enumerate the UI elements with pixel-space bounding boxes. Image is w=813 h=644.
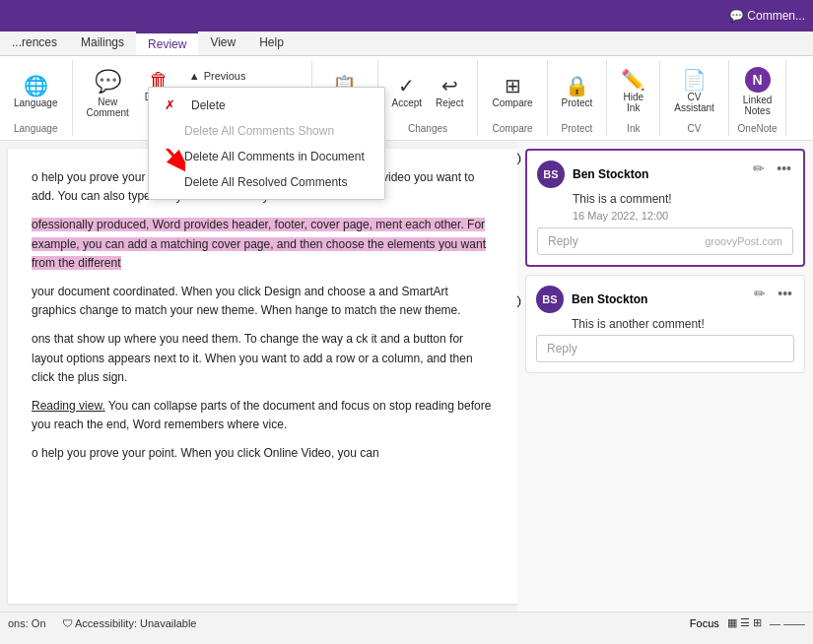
doc-para-2: ofessionally produced, Word provides hea…: [32, 216, 494, 273]
ribbon-content: 🌐 Language Language 💬 NewComment 🗑 Delet: [0, 56, 813, 140]
new-comment-button[interactable]: 💬 NewComment: [81, 66, 135, 121]
menu-item-delete-all-shown: Delete All Comments Shown: [149, 118, 384, 144]
onenote-icon: N: [745, 67, 771, 93]
comment-1-date: 16 May 2022, 12:00: [573, 210, 793, 222]
comment-1-author: Ben Stockton: [573, 167, 648, 181]
reply-1-watermark: groovyPost.com: [705, 235, 782, 247]
comment-card-1: BS Ben Stockton ✏ ••• This is a comment!…: [525, 149, 805, 267]
comment-indicator-1: 💬: [517, 152, 521, 168]
delete-menu-icon: ✗: [165, 97, 175, 112]
status-words: ons: On: [8, 617, 46, 629]
onenote-group-label: OneNote: [737, 121, 778, 134]
new-comment-label: NewComment: [87, 97, 129, 118]
comment-1-actions: ✏ •••: [749, 159, 795, 178]
compare-group-label: Compare: [486, 121, 538, 134]
new-comment-icon: 💬: [95, 69, 121, 95]
language-icon: 🌐: [24, 76, 48, 96]
document-text: o help you prove your point. When you cl…: [32, 168, 494, 463]
comments-panel: 💬 💬 BS Ben Stockton ✏ ••• This is a comm…: [517, 141, 813, 612]
cv-label: CVAssistant: [674, 92, 714, 113]
delete-dropdown-menu: ✗ Delete Delete All Comments Shown Delet…: [148, 87, 385, 200]
comment-1-edit-button[interactable]: ✏: [749, 159, 769, 178]
ribbon: ...rences Mailings Review View Help 🌐 La…: [0, 32, 813, 141]
reply-1-placeholder: Reply: [548, 234, 578, 248]
previous-button[interactable]: ▲ Previous: [183, 68, 304, 84]
cv-assistant-button[interactable]: 📄 CVAssistant: [668, 67, 720, 116]
doc-para-3: your document coordinated. When you clic…: [32, 283, 494, 320]
comment-2-text: This is another comment!: [572, 317, 794, 331]
language-group-label: Language: [8, 121, 64, 134]
comment-1-reply-box[interactable]: Reply groovyPost.com: [537, 227, 793, 255]
comment-card-2: BS Ben Stockton ✏ ••• This is another co…: [525, 275, 805, 373]
compare-button[interactable]: ⊞ Compare: [486, 73, 538, 111]
document-area[interactable]: o help you prove your point. When you cl…: [8, 149, 517, 604]
tab-view[interactable]: View: [198, 32, 247, 55]
comment-2-avatar: BS: [536, 286, 564, 313]
onenote-group: N LinkedNotes OneNote: [729, 60, 786, 136]
hide-ink-label: HideInk: [623, 92, 644, 113]
comment-indicator-2: 💬: [517, 294, 521, 311]
cv-icon: 📄: [682, 70, 707, 90]
reject-icon: ↩: [441, 76, 458, 96]
protect-icon: 🔒: [565, 76, 589, 96]
main-content: o help you prove your point. When you cl…: [0, 141, 813, 612]
accept-label: Accept: [392, 97, 423, 108]
menu-item-delete-all-document[interactable]: Delete All Comments in Document: [149, 144, 384, 169]
ribbon-tabs: ...rences Mailings Review View Help: [0, 32, 813, 56]
status-bar: ons: On 🛡 Accessibility: Unavailable Foc…: [0, 612, 813, 633]
view-controls: ▦ ☰ ⊞: [727, 616, 762, 629]
reply-2-placeholder: Reply: [547, 342, 577, 355]
linked-notes-button[interactable]: N LinkedNotes: [737, 64, 778, 119]
comment-1-text: This is a comment!: [573, 192, 793, 206]
ink-group-label: Ink: [615, 121, 651, 134]
comment-1-more-button[interactable]: •••: [773, 159, 795, 178]
linked-notes-label: LinkedNotes: [743, 95, 772, 116]
comment-2-actions: ✏ •••: [750, 284, 796, 303]
reject-label: Reject: [436, 97, 463, 108]
language-button[interactable]: 🌐 Language: [8, 73, 64, 111]
protect-label: Protect: [562, 97, 593, 108]
compare-label: Compare: [492, 97, 532, 108]
reject-button[interactable]: ↩ Reject: [430, 73, 469, 111]
changes-group: ✓ Accept ↩ Reject Changes: [378, 60, 479, 136]
previous-icon: ▲: [189, 70, 200, 82]
menu-item-delete[interactable]: ✗ Delete: [149, 92, 384, 118]
title-bar: 💬 Commen...: [0, 0, 813, 32]
compare-icon: ⊞: [505, 76, 521, 96]
cv-group-label: CV: [668, 121, 720, 134]
cv-group: 📄 CVAssistant CV: [660, 60, 729, 136]
ink-group: ✏️ HideInk Ink: [607, 60, 660, 136]
focus-button[interactable]: Focus: [690, 617, 719, 629]
comment-2-edit-button[interactable]: ✏: [750, 284, 770, 303]
protect-button[interactable]: 🔒 Protect: [556, 73, 599, 111]
doc-para-4: ons that show up where you need them. To…: [32, 330, 494, 387]
comment-1-avatar: BS: [537, 161, 565, 188]
comment-2-more-button[interactable]: •••: [774, 284, 796, 303]
tab-review[interactable]: Review: [136, 32, 198, 55]
tab-help[interactable]: Help: [247, 32, 296, 55]
protect-group-label: Protect: [556, 121, 599, 134]
accept-button[interactable]: ✓ Accept: [386, 73, 429, 111]
doc-para-5: Reading view. You can collapse parts of …: [32, 397, 494, 434]
changes-group-label: Changes: [386, 121, 470, 134]
accept-icon: ✓: [398, 76, 415, 96]
previous-label: Previous: [204, 70, 246, 82]
hide-ink-button[interactable]: ✏️ HideInk: [615, 67, 651, 116]
comment-2-author: Ben Stockton: [572, 292, 647, 306]
status-accessibility: 🛡 Accessibility: Unavailable: [62, 617, 197, 629]
tab-mailings[interactable]: Mailings: [69, 32, 136, 55]
language-label: Language: [14, 97, 58, 108]
tab-references[interactable]: ...rences: [0, 32, 69, 55]
doc-para-6: o help you prove your point. When you cl…: [32, 444, 494, 463]
hide-ink-icon: ✏️: [621, 70, 645, 90]
menu-item-delete-all-resolved[interactable]: Delete All Resolved Comments: [149, 169, 384, 195]
compare-group: ⊞ Compare Compare: [478, 60, 547, 136]
protect-group: 🔒 Protect Protect: [548, 60, 608, 136]
zoom-control[interactable]: — ——: [770, 617, 805, 629]
comment-2-reply-box[interactable]: Reply: [536, 335, 794, 362]
language-group: 🌐 Language Language: [0, 60, 73, 136]
comment-button[interactable]: 💬 Commen...: [729, 9, 805, 23]
